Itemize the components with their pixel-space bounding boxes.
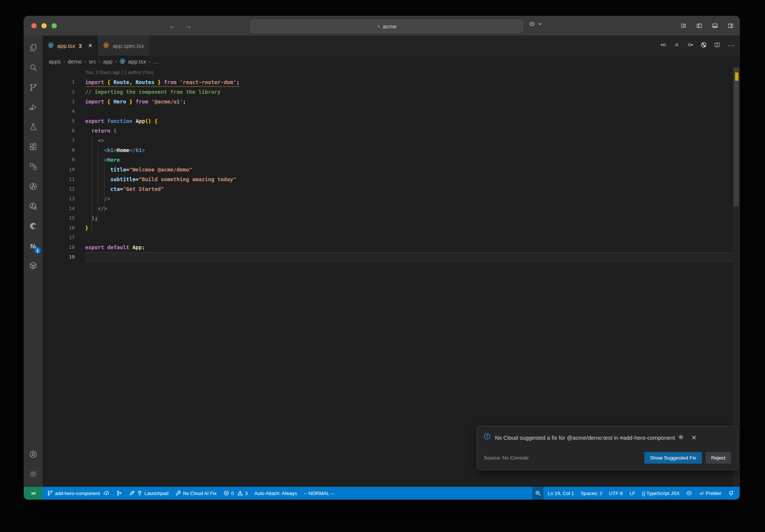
activitybar-item-references[interactable] — [24, 157, 43, 177]
code-line-11[interactable]: 11 subtitle="Build something amazing tod… — [43, 174, 740, 184]
notification-settings-icon[interactable] — [678, 434, 684, 442]
breadcrumb-item[interactable]: … — [153, 58, 159, 65]
code-line-12[interactable]: 12 cta="Get Started" — [43, 184, 740, 194]
circle-branch-icon — [29, 182, 38, 192]
status-bar: ><add-hero-componentLaunchpadNx Cloud AI… — [24, 487, 740, 499]
navigate-back-icon[interactable]: ← — [169, 22, 176, 30]
tab-app.tsx[interactable]: app.tsx3✕ — [43, 35, 98, 56]
code-line-5[interactable]: 5export function App() { — [43, 116, 740, 126]
navigate-forward-icon[interactable]: → — [185, 22, 192, 30]
command-center-search[interactable]: ⌕ acme — [251, 20, 523, 33]
code-line-16[interactable]: 16} — [43, 223, 740, 233]
current-change-icon[interactable] — [674, 42, 680, 49]
activitybar-item-git-history[interactable] — [24, 197, 43, 217]
activitybar-item-edge-browser[interactable] — [24, 217, 43, 236]
activitybar-item-search[interactable] — [24, 58, 43, 78]
line-number: 12 — [43, 184, 85, 194]
zoom-window-button[interactable] — [52, 23, 57, 28]
code-line-17[interactable]: 17 — [43, 233, 740, 242]
code-line-13[interactable]: 13 /> — [43, 194, 740, 204]
scrollbar-thumb[interactable] — [734, 68, 739, 207]
show-suggested-fix-button[interactable]: Show Suggested Fix — [644, 452, 702, 464]
error-icon — [223, 490, 229, 496]
statusbar-label: 0 — [231, 491, 234, 496]
line-number: 15 — [43, 213, 85, 223]
breadcrumb-item[interactable]: apps — [49, 58, 61, 65]
activitybar-item-run-and-debug[interactable] — [24, 98, 43, 118]
statusbar-nx-cloud-ai-fix[interactable]: Nx Cloud AI Fix — [173, 488, 219, 498]
indent-guide — [92, 136, 92, 233]
breadcrumb-item[interactable]: src — [89, 58, 96, 65]
statusbar-zoom-indicator[interactable] — [532, 487, 543, 499]
copilot-icon[interactable] — [529, 21, 535, 28]
breadcrumb-item[interactable]: demo — [68, 58, 82, 65]
activitybar-item-source-control-graph[interactable] — [24, 177, 43, 197]
statusbar-cursor-position[interactable]: Ln 19, Col 1 — [545, 488, 576, 498]
breadcrumb-separator: › — [84, 58, 86, 64]
statusbar-auto-attach[interactable]: Auto Attach: Always — [252, 488, 300, 498]
code-line-10[interactable]: 10 title="Welcmoe @acme/demo" — [43, 165, 740, 174]
activitybar-item-package-explorer[interactable] — [24, 256, 43, 276]
activitybar-item-testing[interactable] — [24, 118, 43, 137]
statusbar-problems[interactable]: 03 — [221, 488, 250, 498]
statusbar-git-branch[interactable]: add-hero-component — [44, 488, 112, 498]
statusbar-launchpad[interactable]: Launchpad — [126, 488, 171, 498]
activitybar-item-explorer[interactable] — [24, 38, 43, 58]
chevron-down-icon[interactable] — [537, 21, 543, 28]
code-line-15[interactable]: 15 ); — [43, 213, 740, 223]
statusbar-notifications-bell[interactable] — [725, 488, 737, 498]
toggle-primary-sidebar-icon[interactable] — [696, 23, 702, 29]
code-line-14[interactable]: 14 </> — [43, 204, 740, 213]
statusbar-copilot-status[interactable] — [684, 488, 695, 498]
split-editor-icon[interactable] — [714, 42, 720, 49]
toggle-secondary-sidebar-icon[interactable] — [728, 23, 734, 29]
toggle-panel-icon[interactable] — [712, 23, 718, 29]
statusbar-vim-mode[interactable]: -- NORMAL -- — [301, 488, 336, 498]
code-line-6[interactable]: 6 return ( — [43, 126, 740, 136]
statusbar-encoding[interactable]: UTF-8 — [606, 488, 625, 498]
close-window-button[interactable] — [31, 23, 37, 28]
code-line-18[interactable]: 18export default App; — [43, 242, 740, 252]
traffic-lights — [31, 23, 57, 28]
statusbar-formatter-prettier[interactable]: ✓✓Prettier — [696, 488, 724, 498]
customize-layout-icon[interactable] — [681, 23, 687, 29]
code-line-2[interactable]: 2// importing the component from the lib… — [43, 87, 740, 97]
code-editor[interactable]: You, 3 hours ago | 1 author (You) 1impor… — [43, 67, 740, 487]
tab-app.spec.tsx[interactable]: app.spec.tsx — [98, 35, 149, 56]
statusbar-label: Spaces: 2 — [581, 491, 603, 496]
code-line-4[interactable]: 4 — [43, 106, 740, 116]
activitybar-item-accounts[interactable] — [24, 445, 43, 465]
breadcrumb-item[interactable]: app — [103, 58, 112, 65]
statusbar-indentation[interactable]: Spaces: 2 — [578, 488, 605, 498]
close-tab-icon[interactable]: ✕ — [88, 43, 93, 49]
reject-button[interactable]: Reject — [706, 452, 731, 464]
react-file-icon — [103, 42, 109, 49]
code-line-7[interactable]: 7 <> — [43, 136, 740, 145]
notification-close-icon[interactable]: ✕ — [691, 434, 696, 442]
activitybar-item-settings[interactable] — [24, 465, 43, 485]
minimize-window-button[interactable] — [41, 23, 47, 28]
statusbar-source-control-graph[interactable] — [114, 488, 125, 498]
activitybar-item-source-control[interactable] — [24, 78, 43, 98]
line-number: 8 — [43, 145, 85, 155]
line-number: 7 — [43, 136, 85, 145]
activitybar-item-nx-console[interactable]: N›1 — [24, 236, 43, 256]
more-actions-icon[interactable]: ⋯ — [728, 41, 734, 50]
line-number: 17 — [43, 233, 85, 242]
code-line-1[interactable]: 1import { Route, Routes } from 'react-ro… — [43, 77, 740, 87]
code-line-8[interactable]: 8 <h1>Home</h1> — [43, 145, 740, 155]
run-file-icon[interactable] — [701, 42, 707, 49]
editor-scrollbar[interactable] — [733, 67, 740, 487]
statusbar-label: Launchpad — [145, 491, 168, 496]
breadcrumb-item[interactable]: app.tsx — [128, 58, 146, 65]
previous-change-icon[interactable] — [660, 42, 666, 49]
code-line-9[interactable]: 9 <Hero — [43, 155, 740, 165]
next-change-icon[interactable] — [687, 42, 693, 49]
code-line-19[interactable]: 19 — [43, 252, 740, 262]
files-icon — [29, 43, 38, 54]
activitybar-item-extensions[interactable] — [24, 137, 43, 157]
code-line-3[interactable]: 3import { Hero } from '@acme/ui'; — [43, 97, 740, 106]
statusbar-eol[interactable]: LF — [627, 488, 638, 498]
remote-indicator[interactable]: >< — [24, 487, 42, 499]
statusbar-language-mode[interactable]: {} TypeScript JSX — [639, 488, 682, 498]
